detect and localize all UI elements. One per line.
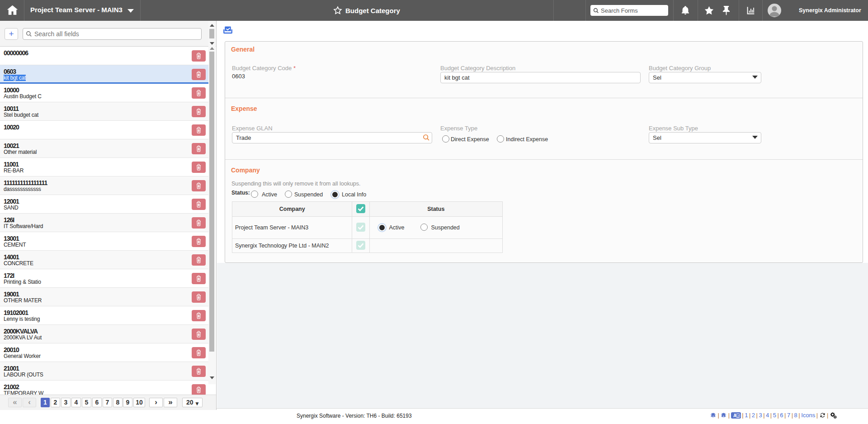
svg-text:2: 2: [737, 414, 739, 418]
